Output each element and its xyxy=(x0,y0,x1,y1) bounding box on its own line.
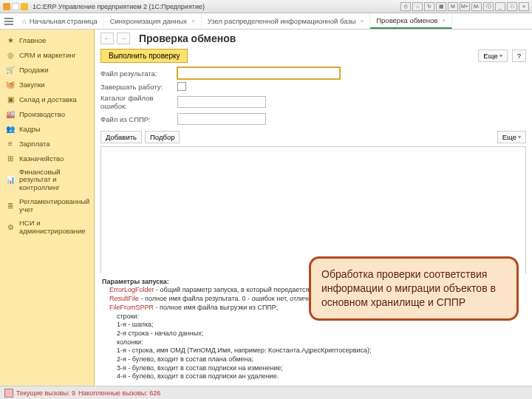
app-icon xyxy=(3,3,10,10)
select-button[interactable]: Подбор xyxy=(145,131,180,143)
col-4: 4-я - булево, входит в состав подписки а… xyxy=(117,372,525,381)
money-icon: ≡ xyxy=(6,139,15,148)
tb-btn-fav[interactable]: ☆ xyxy=(412,2,423,11)
result-file-input[interactable] xyxy=(177,67,340,79)
sidebar-item-finance[interactable]: 📊Финансовый результат и контроллинг xyxy=(0,166,94,194)
add-button[interactable]: Добавить xyxy=(100,131,142,143)
callout-text: Обработка проверки соответствия информац… xyxy=(321,268,496,308)
tab-check[interactable]: Проверка обменов × xyxy=(370,13,452,29)
titlebar-left-icons xyxy=(3,3,28,10)
sidebar-item-nsi[interactable]: ⚙НСИ и администрирование xyxy=(0,216,94,238)
sidebar-item-purchase[interactable]: 🧺Закупки xyxy=(0,77,94,92)
chevron-down-icon: ▾ xyxy=(518,134,521,140)
callout-box: Обработка проверки соответствия информац… xyxy=(309,256,519,321)
factory-icon: 🏭 xyxy=(6,109,15,118)
tab-home[interactable]: ⌂ Начальная страница xyxy=(16,13,104,29)
tab-home-label: Начальная страница xyxy=(30,17,98,25)
home-icon: ⌂ xyxy=(22,17,27,25)
sidebar-item-regaccount[interactable]: ≣Регламентированный учет xyxy=(0,194,94,216)
list-icon: ≣ xyxy=(6,201,15,210)
tab-check-label: Проверка обменов xyxy=(376,16,437,24)
col-3: 3-я - булево, входит в состав подписки н… xyxy=(117,364,525,373)
error-folder-input[interactable] xyxy=(177,96,266,108)
window-title: 1С:ERP Управление предприятием 2 (1С:Пре… xyxy=(33,3,205,10)
tb-btn-print[interactable]: ⎙ xyxy=(400,2,411,11)
tb-btn-info[interactable]: ⓘ xyxy=(483,2,494,11)
run-check-button[interactable]: Выполнить проверку xyxy=(100,49,188,63)
sidebar: ★Главное ◎CRM и маркетинг 🛒Продажи 🧺Заку… xyxy=(0,30,95,386)
tb-btn-calc[interactable]: ▦ xyxy=(436,2,446,11)
line-2: 2-я строка - начало данных; xyxy=(117,330,525,338)
page-toolbar: ← → Проверка обменов xyxy=(95,30,532,47)
form: Файл результата: Завершать работу: Катал… xyxy=(95,67,532,128)
param-filesppr-name: FileFromSPPR xyxy=(109,304,154,311)
param-errorlog-name: ErrorLogFolder xyxy=(109,286,154,293)
param-resultfile-name: ResultFile xyxy=(109,295,139,302)
gear-icon: ⚙ xyxy=(6,223,15,232)
tb-btn-m1[interactable]: M xyxy=(448,2,458,11)
tb-btn-m2[interactable]: M+ xyxy=(460,2,470,11)
nav-forward[interactable]: → xyxy=(117,33,130,44)
sidebar-item-production[interactable]: 🏭Производство xyxy=(0,106,94,121)
list-more-button[interactable]: Еще▾ xyxy=(497,131,526,143)
basket-icon: 🧺 xyxy=(6,80,15,89)
sidebar-item-warehouse[interactable]: ▣Склад и доставка xyxy=(0,92,94,106)
sidebar-item-treasury[interactable]: ⊞Казначейство xyxy=(0,151,94,166)
main-area: ← → Проверка обменов Выполнить проверку … xyxy=(95,30,532,386)
finish-work-checkbox[interactable] xyxy=(177,82,186,91)
safe-icon: ⊞ xyxy=(6,154,15,163)
label-error-folder: Каталог файлов ошибок: xyxy=(100,94,174,110)
label-finish-work: Завершать работу: xyxy=(100,83,174,91)
label-result-file: Файл результата: xyxy=(100,69,174,78)
close-icon[interactable]: × xyxy=(191,18,195,24)
menu-burger[interactable] xyxy=(1,13,16,29)
cols-header: колонки: xyxy=(117,338,525,347)
close-icon[interactable]: × xyxy=(442,17,446,24)
sidebar-item-salary[interactable]: ≡Зарплата xyxy=(0,136,94,151)
tb-btn-m3[interactable]: M- xyxy=(471,2,482,11)
tb-btn-history[interactable]: ↻ xyxy=(424,2,434,11)
window-close[interactable]: × xyxy=(519,2,529,11)
window-maximize[interactable]: □ xyxy=(507,2,517,11)
param-filesppr-desc: - полное имя файла выгрузки из СППР; xyxy=(154,304,278,311)
tab-sync[interactable]: Синхронизация данных × xyxy=(104,13,202,29)
box-icon: ▣ xyxy=(6,95,15,103)
close-icon[interactable]: × xyxy=(361,18,364,24)
star-icon: ★ xyxy=(6,35,15,44)
chevron-down-icon: ▾ xyxy=(499,52,502,59)
window-minimize[interactable]: _ xyxy=(495,2,505,11)
more-button[interactable]: Еще▾ xyxy=(478,50,507,62)
app-icon-2 xyxy=(12,3,19,10)
tabbar: ⌂ Начальная страница Синхронизация данны… xyxy=(0,13,532,30)
page-title: Проверка обменов xyxy=(139,33,236,44)
action-row: Выполнить проверку Еще▾ ? xyxy=(95,47,532,67)
sidebar-item-crm[interactable]: ◎CRM и маркетинг xyxy=(0,47,94,62)
tab-node[interactable]: Узел распределенной информационной базы … xyxy=(202,13,371,29)
cart-icon: 🛒 xyxy=(6,65,15,74)
sidebar-item-sales[interactable]: 🛒Продажи xyxy=(0,62,94,77)
params-header: Параметры запуска: xyxy=(102,278,169,285)
status-icon xyxy=(4,389,13,398)
help-button[interactable]: ? xyxy=(512,50,526,62)
sidebar-item-main[interactable]: ★Главное xyxy=(0,33,94,47)
nav-back[interactable]: ← xyxy=(100,33,114,44)
file-sppr-input[interactable] xyxy=(177,113,266,125)
label-file-sppr: Файл из СППР: xyxy=(100,115,174,123)
tab-node-label: Узел распределенной информационной базы xyxy=(208,17,356,25)
status-accum: Накопленные вызовы: 626 xyxy=(78,389,160,397)
status-current: Текущие вызовы: 9 xyxy=(16,389,75,397)
col-1: 1-я - строка, имя ОМД (ТипОМД.Имя, напри… xyxy=(117,347,525,355)
chart-icon: 📊 xyxy=(6,176,15,185)
app-icon-3 xyxy=(21,3,28,10)
tab-sync-label: Синхронизация данных xyxy=(110,17,187,25)
status-bar: Текущие вызовы: 9 Накопленные вызовы: 62… xyxy=(0,386,532,399)
list-toolbar: Добавить Подбор Еще▾ xyxy=(95,128,532,146)
window-titlebar: 1С:ERP Управление предприятием 2 (1С:Пре… xyxy=(0,0,532,13)
people-icon: 👥 xyxy=(6,124,15,133)
line-1: 1-я - шапка; xyxy=(117,321,525,330)
sidebar-item-hr[interactable]: 👥Кадры xyxy=(0,121,94,136)
col-2: 2-я - булево, входит в состав плана обме… xyxy=(117,355,525,364)
target-icon: ◎ xyxy=(6,50,15,59)
